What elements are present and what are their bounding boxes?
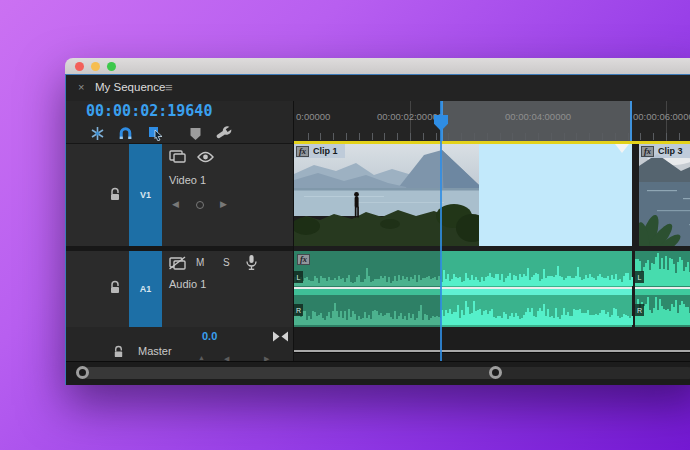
timeline-settings-button[interactable] bbox=[215, 125, 233, 142]
track-output-toggle[interactable] bbox=[197, 151, 214, 163]
clip1-name: Clip 1 bbox=[313, 146, 338, 156]
channel-divider-strip bbox=[294, 289, 441, 295]
voiceover-record-button[interactable] bbox=[245, 254, 258, 271]
scrollbar-thumb[interactable] bbox=[83, 367, 496, 379]
master-track-name: Master bbox=[138, 345, 172, 357]
ruler-tick bbox=[474, 133, 475, 140]
solo-button[interactable]: S bbox=[223, 257, 230, 268]
next-keyframe-icon[interactable]: ▶ bbox=[220, 199, 227, 209]
ruler-tick bbox=[512, 133, 513, 140]
playhead-line bbox=[440, 101, 442, 362]
audio-right-channel-badge: R bbox=[294, 304, 303, 316]
video-clip-2-selected[interactable] bbox=[479, 144, 632, 246]
playhead-timecode[interactable]: 00:00:02:19640 bbox=[86, 102, 212, 120]
panel-menu-icon[interactable]: ≡ bbox=[165, 80, 173, 95]
wrench-icon bbox=[216, 126, 232, 142]
panel-tab-bar: × My Sequence ≡ bbox=[66, 75, 690, 101]
eye-icon bbox=[197, 151, 214, 163]
ruler-tick bbox=[320, 133, 321, 140]
audio-track-target[interactable]: A1 bbox=[129, 251, 162, 327]
video-track-name: Video 1 bbox=[169, 174, 206, 186]
channel-divider-strip bbox=[441, 289, 632, 295]
ruler-tick bbox=[666, 133, 667, 140]
audio-track-lock-button[interactable] bbox=[108, 280, 122, 294]
ruler-tick bbox=[410, 133, 411, 140]
ruler-tick bbox=[487, 133, 488, 140]
ruler-tick bbox=[346, 133, 347, 140]
audio-track-name: Audio 1 bbox=[169, 278, 206, 290]
channel-divider-strip bbox=[635, 289, 690, 295]
video-track-lock-button[interactable] bbox=[108, 187, 122, 201]
video-clip-1[interactable] bbox=[294, 144, 479, 246]
master-gain-value[interactable]: 0.0 bbox=[202, 330, 217, 342]
timeline-panel: × My Sequence ≡ 00:00:02:19640 bbox=[65, 74, 690, 385]
window-zoom-button[interactable] bbox=[107, 62, 116, 71]
lock-open-icon bbox=[108, 280, 122, 294]
add-marker-button[interactable] bbox=[186, 125, 204, 142]
ruler-label-4s: 00:00:04:00000 bbox=[498, 111, 578, 122]
nest-toggle-button[interactable] bbox=[88, 125, 106, 142]
ruler-tick bbox=[679, 133, 680, 140]
desktop: { "window": { "tab_title": "My Sequence"… bbox=[0, 0, 690, 450]
audio3-left-channel-badge: L bbox=[635, 271, 644, 283]
video-clip-3[interactable] bbox=[639, 144, 690, 246]
fx-badge[interactable]: fx bbox=[641, 146, 654, 157]
fx-badge[interactable]: fx bbox=[296, 146, 309, 157]
window-close-button[interactable] bbox=[75, 62, 84, 71]
audio-sync-lock-button[interactable] bbox=[169, 256, 186, 270]
zoom-handle-left[interactable] bbox=[76, 366, 89, 379]
audio-fx-badge[interactable]: fx bbox=[297, 254, 310, 265]
add-keyframe-icon[interactable] bbox=[196, 201, 204, 209]
master-track-lock-button[interactable] bbox=[112, 345, 125, 358]
lock-open-icon bbox=[112, 345, 125, 358]
microphone-icon bbox=[245, 254, 258, 271]
ruler-tick bbox=[628, 133, 629, 140]
linked-selection-icon bbox=[148, 126, 164, 141]
waveform-bar bbox=[631, 277, 633, 286]
snap-button[interactable] bbox=[116, 125, 134, 142]
mute-button[interactable]: M bbox=[196, 257, 204, 268]
clip1-thumbnail bbox=[294, 144, 479, 246]
ruler-tick bbox=[551, 133, 552, 140]
ruler-tick bbox=[333, 133, 334, 140]
audio-left-channel-badge: L bbox=[294, 271, 303, 283]
master-nav-up-icon[interactable]: ▲ bbox=[198, 354, 205, 361]
nest-icon bbox=[90, 126, 105, 141]
tab-close-icon[interactable]: × bbox=[78, 81, 84, 93]
master-track-header bbox=[66, 327, 294, 361]
app-window: × My Sequence ≡ 00:00:02:19640 bbox=[65, 58, 690, 385]
ruler-label-0: 0:00000 bbox=[296, 111, 330, 122]
sync-lock-disabled-icon bbox=[169, 256, 186, 270]
ruler-label-6s: 00:00:06:00000 bbox=[626, 111, 690, 122]
linked-selection-button[interactable] bbox=[147, 125, 165, 142]
audio-target-label: A1 bbox=[140, 284, 152, 294]
window-minimize-button[interactable] bbox=[91, 62, 100, 71]
pan-keyframe-button[interactable] bbox=[272, 331, 289, 342]
clip3-name: Clip 3 bbox=[658, 146, 683, 156]
ruler-tick bbox=[525, 133, 526, 140]
audio3-right-channel-badge: R bbox=[635, 304, 644, 316]
ruler-tick bbox=[589, 133, 590, 140]
zoom-scrollbar-row bbox=[66, 361, 690, 385]
clip3-thumbnail bbox=[639, 144, 690, 246]
sync-lock-button[interactable] bbox=[169, 150, 186, 163]
window-titlebar[interactable] bbox=[65, 58, 690, 74]
ruler-tick bbox=[653, 133, 654, 140]
video-target-label: V1 bbox=[140, 190, 151, 200]
person-silhouette bbox=[354, 192, 359, 217]
video-track-target[interactable]: V1 bbox=[129, 144, 162, 246]
sequence-tab[interactable]: My Sequence bbox=[95, 81, 165, 93]
master-volume-line[interactable] bbox=[294, 350, 690, 353]
bowtie-keyframe-icon bbox=[272, 331, 289, 342]
ruler-tick bbox=[602, 133, 603, 140]
marker-icon bbox=[189, 127, 202, 141]
clip1-label-bar[interactable]: fx Clip 1 bbox=[294, 144, 345, 158]
ruler-tick bbox=[615, 133, 616, 140]
zoom-handle-right[interactable] bbox=[489, 366, 502, 379]
snap-magnet-icon bbox=[118, 126, 133, 141]
clip3-label-bar[interactable]: fx Clip 3 bbox=[639, 144, 690, 158]
ruler-tick bbox=[384, 133, 385, 140]
prev-keyframe-icon[interactable]: ◀ bbox=[172, 199, 179, 209]
ruler-tick bbox=[359, 133, 360, 140]
ruler-tick bbox=[576, 133, 577, 140]
